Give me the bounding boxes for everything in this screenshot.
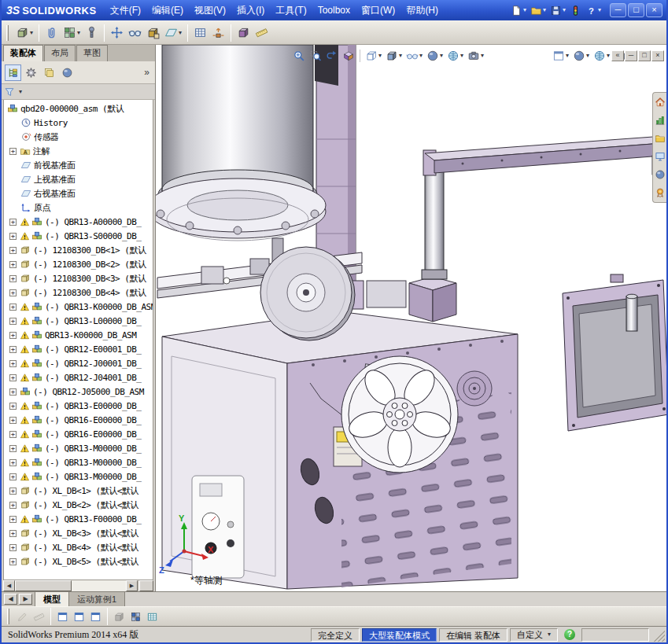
expand-icon[interactable]: +	[9, 318, 17, 325]
scroll-left-icon[interactable]: ◀	[3, 580, 15, 591]
tree-item[interactable]: +A注解	[4, 144, 153, 158]
tree-item[interactable]: +(-) 12108300_DB<1> (默认	[4, 243, 153, 257]
tree-item[interactable]: +QBR13-K00000_DB_ASM	[4, 328, 153, 342]
expand-icon[interactable]: +	[9, 275, 17, 282]
move-component-icon[interactable]	[108, 24, 126, 41]
displaymanager-icon[interactable]	[59, 64, 76, 81]
solidworks-resources-icon[interactable]	[655, 97, 666, 108]
hide-show-items-icon[interactable]: ▾	[404, 49, 424, 63]
apply-scene-icon[interactable]: ▾	[445, 49, 465, 63]
tree-item[interactable]: +(-) 12108300_DB<2> (默认	[4, 257, 153, 271]
doc-tab-1[interactable]: 运动算例1	[69, 592, 125, 606]
expand-icon[interactable]: +	[9, 374, 17, 381]
tree-item[interactable]: +(-) QBR12-J04001_DB_	[4, 370, 153, 385]
tree-item[interactable]: +(-) 12108300_DB<3> (默认	[4, 271, 153, 285]
tree-item[interactable]: +(-) XL_DB<4> (默认<默认	[4, 540, 153, 554]
scene-pane-icon[interactable]: ▾	[592, 49, 611, 63]
measure-icon[interactable]	[253, 24, 271, 41]
design-library-icon[interactable]	[655, 115, 666, 126]
minimize-button[interactable]: ─	[610, 3, 626, 17]
tree-item[interactable]: +(-) QBR12-J00001_DB_	[4, 356, 153, 370]
doc-close-button[interactable]: ×	[651, 50, 664, 61]
tab-scroll-right-icon[interactable]: ▶	[19, 594, 32, 605]
tree-horizontal-scrollbar[interactable]: ◀ ▶	[3, 580, 153, 591]
custom-status-dropdown[interactable]: 自定义▾	[510, 628, 558, 642]
expand-icon[interactable]: +	[9, 431, 17, 438]
mate-icon[interactable]	[42, 24, 61, 41]
doc-minimize-button[interactable]: ─	[625, 50, 637, 61]
expand-icon[interactable]: +	[9, 289, 17, 296]
expand-icon[interactable]: +	[9, 219, 17, 226]
bill-of-materials-icon[interactable]	[191, 24, 209, 41]
view-palette-icon[interactable]	[655, 151, 666, 162]
window-tile-horizontal-icon[interactable]	[71, 609, 87, 624]
scrollbar-thumb[interactable]	[15, 580, 72, 591]
expand-icon[interactable]: +	[9, 332, 17, 339]
tree-item[interactable]: 右视基准面	[4, 186, 153, 201]
expand-icon[interactable]: +	[9, 417, 17, 424]
menu-item-2[interactable]: 视图(V)	[189, 1, 231, 20]
component-pattern-icon[interactable]: ▾	[61, 24, 83, 41]
expand-icon[interactable]: +	[9, 488, 17, 495]
propertymanager-icon[interactable]	[23, 64, 39, 81]
tree-item[interactable]: +(-) QBR12-E00001_DB_	[4, 342, 153, 356]
panel-expand-chevron[interactable]: »	[142, 67, 152, 78]
menu-item-0[interactable]: 文件(F)	[105, 1, 146, 20]
doc-tab-0[interactable]: 模型	[35, 592, 69, 606]
zoom-fit-icon[interactable]	[291, 49, 307, 63]
expand-icon[interactable]: +	[9, 360, 17, 367]
tree-item[interactable]: 原点	[4, 201, 153, 215]
tree-item[interactable]: +(-) QBR13-M00000_DB_	[4, 469, 153, 484]
smart-dimension-icon[interactable]	[31, 609, 47, 624]
menu-item-1[interactable]: 编辑(E)	[146, 1, 189, 20]
expand-icon[interactable]: +	[9, 233, 17, 240]
toolbar-grip[interactable]	[6, 25, 9, 41]
expand-icon[interactable]: +	[9, 530, 17, 537]
tree-item[interactable]: +(-) XL_DB<5> (默认<默认	[4, 554, 153, 569]
view-settings-icon[interactable]: ▾	[466, 49, 485, 63]
expand-icon[interactable]: +	[9, 148, 17, 155]
save-icon[interactable]: ▾	[549, 4, 567, 17]
display-style-icon[interactable]: ▾	[384, 49, 404, 63]
toolbar-grip[interactable]	[7, 609, 9, 624]
custom-properties-icon[interactable]	[655, 187, 666, 198]
tree-item[interactable]: +(-) XL_DB<2> (默认<默认	[4, 498, 153, 512]
reference-geometry-icon[interactable]: ▾	[162, 24, 184, 41]
tree-item[interactable]: +(-) QBR13-S00000_DB_	[4, 229, 153, 243]
expand-icon[interactable]: +	[9, 459, 17, 466]
featuremanager-tree-icon[interactable]	[5, 64, 21, 81]
assembly-features-icon[interactable]	[144, 24, 162, 41]
menu-item-7[interactable]: 帮助(H)	[400, 1, 444, 20]
menu-item-5[interactable]: Toolbox	[312, 2, 356, 19]
options-icon[interactable]	[569, 4, 582, 17]
expand-icon[interactable]: +	[9, 403, 17, 410]
insert-component-icon[interactable]: ▾	[13, 24, 35, 41]
window-cascade-icon[interactable]	[54, 609, 71, 624]
expand-icon[interactable]: +	[9, 304, 17, 311]
file-explorer-icon[interactable]	[655, 133, 666, 144]
filter-icon[interactable]	[4, 86, 15, 98]
tab-scroll-left-icon[interactable]: ◀	[4, 594, 17, 605]
section-view-icon[interactable]	[341, 49, 356, 63]
quick-tips-help-icon[interactable]: ?	[564, 629, 575, 640]
window-tile-vertical-icon[interactable]	[87, 609, 104, 624]
menu-item-3[interactable]: 插入(I)	[231, 1, 270, 20]
doc-restore-button[interactable]: □	[638, 50, 651, 61]
tree-item[interactable]: +(-) QBR16-E00000_DB_	[4, 427, 153, 441]
zoom-to-area-icon[interactable]	[308, 49, 323, 63]
scroll-right-icon[interactable]: ▶	[126, 580, 138, 591]
expand-icon[interactable]: +	[9, 247, 17, 254]
expand-icon[interactable]: +	[9, 261, 17, 268]
display-mode-icon[interactable]	[111, 609, 127, 624]
tree-item[interactable]: +(-) XL_DB<3> (默认<默认	[4, 526, 153, 540]
tree-item[interactable]: +(-) QBR13-F00000_DB_	[4, 512, 153, 526]
table-icon[interactable]	[144, 609, 161, 624]
tree-item[interactable]: +(-) QBR13-A00000_DB_	[4, 215, 153, 229]
tree-item[interactable]: +(-) QBR13-K00000_DB_ASM	[4, 300, 153, 314]
view-orientation-icon[interactable]: ▾	[364, 49, 383, 63]
tree-item[interactable]: +(-) XL_DB<1> (默认<默认	[4, 484, 153, 498]
interference-detection-icon[interactable]	[234, 24, 253, 41]
tree-item[interactable]: 传感器	[4, 130, 153, 144]
tree-item[interactable]: +(-) QBR13-E00000_DB_	[4, 399, 153, 413]
scrollbar-track[interactable]	[15, 580, 126, 591]
